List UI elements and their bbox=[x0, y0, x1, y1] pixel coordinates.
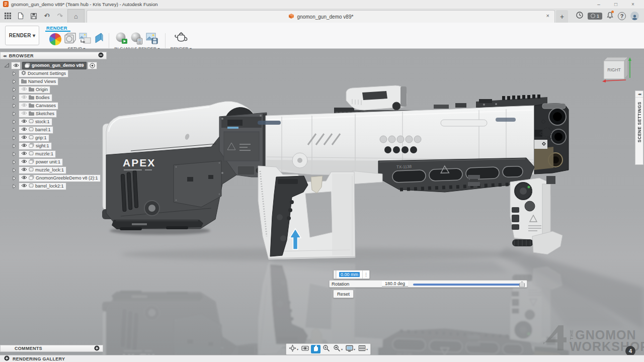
expander-icon[interactable] bbox=[13, 160, 17, 164]
scene-settings-panel-tab[interactable]: ◀◀ SCENE SETTINGS bbox=[635, 90, 643, 165]
expander-open-icon[interactable] bbox=[4, 63, 10, 68]
display-settings-button[interactable]: ▾ bbox=[345, 345, 356, 353]
minimize-button[interactable]: – bbox=[591, 0, 607, 9]
visibility-eye-icon[interactable] bbox=[21, 159, 27, 164]
new-tab-button[interactable]: + bbox=[556, 10, 568, 23]
reset-button[interactable]: Reset bbox=[333, 290, 354, 298]
expand-comments-icon[interactable] bbox=[94, 345, 100, 352]
expander-icon[interactable] bbox=[13, 184, 17, 189]
visibility-eye-icon[interactable] bbox=[21, 119, 27, 124]
activate-component-radio[interactable] bbox=[88, 62, 97, 69]
ribbon-tab-render[interactable]: RENDER bbox=[45, 25, 70, 32]
save-button[interactable] bbox=[28, 11, 39, 22]
visibility-eye-icon[interactable] bbox=[11, 62, 21, 69]
expander-icon[interactable] bbox=[13, 152, 17, 156]
rotation-value-input[interactable]: 180.0 deg bbox=[382, 281, 408, 287]
browser-item-sketches[interactable]: Sketches bbox=[19, 110, 57, 118]
visibility-eye-icon[interactable] bbox=[21, 127, 27, 132]
capture-image-icon[interactable] bbox=[145, 32, 158, 47]
extensions-icon[interactable] bbox=[576, 12, 583, 21]
in-canvas-render-icon[interactable] bbox=[115, 32, 128, 47]
grid-settings-button[interactable]: ▾ bbox=[357, 345, 369, 353]
orbit-button[interactable]: ▾ bbox=[288, 345, 299, 353]
browser-item-origin[interactable]: Origin bbox=[19, 86, 50, 94]
browser-display-toggle-icon[interactable] bbox=[98, 52, 104, 59]
expander-icon[interactable] bbox=[13, 96, 17, 100]
app-grid-icon[interactable] bbox=[2, 11, 13, 22]
redo-button[interactable]: ↷ ▾ bbox=[54, 11, 65, 22]
browser-item-barrel-lock2-1[interactable]: barrel_lock2:1 bbox=[19, 183, 66, 190]
collapse-panel-icon[interactable]: ◀◀ bbox=[635, 91, 643, 98]
expander-icon[interactable] bbox=[13, 87, 17, 92]
workspace-selector[interactable]: RENDER ▾ bbox=[5, 26, 39, 45]
look-at-button[interactable] bbox=[300, 345, 310, 353]
browser-item-document-settings[interactable]: Document Settings bbox=[19, 70, 68, 77]
visibility-eye-icon[interactable] bbox=[21, 175, 27, 180]
visibility-eye-icon[interactable] bbox=[21, 111, 27, 116]
expander-icon[interactable] bbox=[13, 168, 17, 172]
expander-icon[interactable] bbox=[13, 144, 17, 148]
visibility-eye-icon[interactable] bbox=[21, 184, 27, 189]
expand-gallery-icon[interactable] bbox=[4, 355, 10, 362]
scene-settings-icon[interactable] bbox=[63, 32, 76, 47]
visibility-eye-icon[interactable] bbox=[21, 87, 27, 92]
job-status-badge[interactable]: 1 bbox=[588, 13, 602, 20]
browser-root-row[interactable]: gnomon_gun_demo v89 bbox=[0, 61, 107, 69]
browser-item-sight-1[interactable]: sight:1 bbox=[19, 142, 52, 150]
document-tab[interactable]: gnomon_gun_demo v89* × bbox=[87, 10, 555, 23]
kebab-menu-icon[interactable]: ⋮ bbox=[362, 270, 369, 279]
visibility-eye-icon[interactable] bbox=[21, 151, 27, 156]
zoom-button[interactable] bbox=[321, 345, 331, 353]
help-button[interactable]: ? bbox=[618, 12, 626, 20]
pan-button[interactable] bbox=[311, 345, 320, 353]
close-tab-icon[interactable]: × bbox=[546, 13, 549, 19]
expander-icon[interactable] bbox=[13, 112, 17, 116]
rotation-slider-handle[interactable] bbox=[519, 282, 525, 287]
profile-avatar[interactable] bbox=[630, 12, 639, 20]
close-window-button[interactable]: × bbox=[625, 0, 641, 9]
browser-item-named-views[interactable]: Named Views bbox=[19, 78, 58, 85]
browser-item-barrel-1[interactable]: barrel:1 bbox=[19, 126, 53, 134]
viewport-canvas[interactable]: APEX bbox=[0, 49, 644, 355]
browser-item-root[interactable]: gnomon_gun_demo v89 bbox=[22, 62, 87, 69]
in-canvas-render-settings-icon[interactable] bbox=[130, 32, 143, 47]
browser-item-gnomongreebledemo-v8-2-1[interactable]: GnomonGreebleDemo v8 (2):1 bbox=[19, 174, 101, 182]
browser-item-bodies[interactable]: Bodies bbox=[19, 94, 52, 102]
browser-item-muzzle-1[interactable]: muzzle:1 bbox=[19, 150, 56, 158]
new-design-button[interactable]: ▾ bbox=[15, 11, 26, 22]
browser-header[interactable]: ◀◀ BROWSER bbox=[0, 52, 107, 59]
slider-track[interactable] bbox=[413, 284, 524, 286]
texture-map-icon[interactable] bbox=[78, 32, 92, 47]
visibility-eye-icon[interactable] bbox=[21, 135, 27, 140]
expander-icon[interactable] bbox=[13, 120, 17, 124]
visibility-eye-icon[interactable] bbox=[21, 103, 27, 108]
expander-icon[interactable] bbox=[13, 79, 17, 84]
undo-button[interactable]: ↶ ▾ bbox=[41, 11, 52, 22]
visibility-eye-icon[interactable] bbox=[21, 95, 27, 100]
expander-icon[interactable] bbox=[13, 104, 17, 108]
browser-item-muzzle-lock-1[interactable]: muzzle_lock:1 bbox=[19, 166, 66, 174]
zoom-window-button[interactable]: ▾ bbox=[332, 345, 344, 353]
rotation-slider[interactable] bbox=[412, 281, 525, 287]
visibility-eye-icon[interactable] bbox=[21, 143, 27, 148]
comments-panel-header[interactable]: COMMENTS bbox=[0, 345, 103, 352]
texture-display-icon[interactable] bbox=[94, 32, 104, 47]
browser-item-power-unit-1[interactable]: power unit:1 bbox=[19, 158, 63, 166]
viewcube[interactable]: RIGHT bbox=[599, 55, 635, 86]
gnomon-badge[interactable]: 4 bbox=[625, 346, 635, 355]
expander-icon[interactable] bbox=[13, 136, 17, 140]
browser-item-grip-1[interactable]: grip:1 bbox=[19, 134, 49, 142]
rendering-gallery-bar[interactable]: RENDERING GALLERY bbox=[0, 355, 644, 362]
browser-item-stock-1[interactable]: stock:1 bbox=[19, 118, 52, 126]
expander-icon[interactable] bbox=[13, 176, 17, 180]
notifications-button[interactable] bbox=[607, 12, 613, 21]
visibility-eye-icon[interactable] bbox=[21, 167, 27, 172]
distance-input[interactable]: 0.00 mm bbox=[337, 270, 362, 279]
home-view-button[interactable]: ⌂ bbox=[67, 9, 85, 23]
browser-item-canvases[interactable]: Canvases bbox=[19, 102, 58, 110]
maximize-button[interactable]: □ bbox=[608, 0, 624, 9]
appearance-icon[interactable] bbox=[49, 33, 61, 45]
expander-icon[interactable] bbox=[13, 71, 17, 76]
expander-icon[interactable] bbox=[13, 128, 17, 132]
collapse-panel-icon[interactable]: ◀◀ bbox=[3, 54, 6, 57]
